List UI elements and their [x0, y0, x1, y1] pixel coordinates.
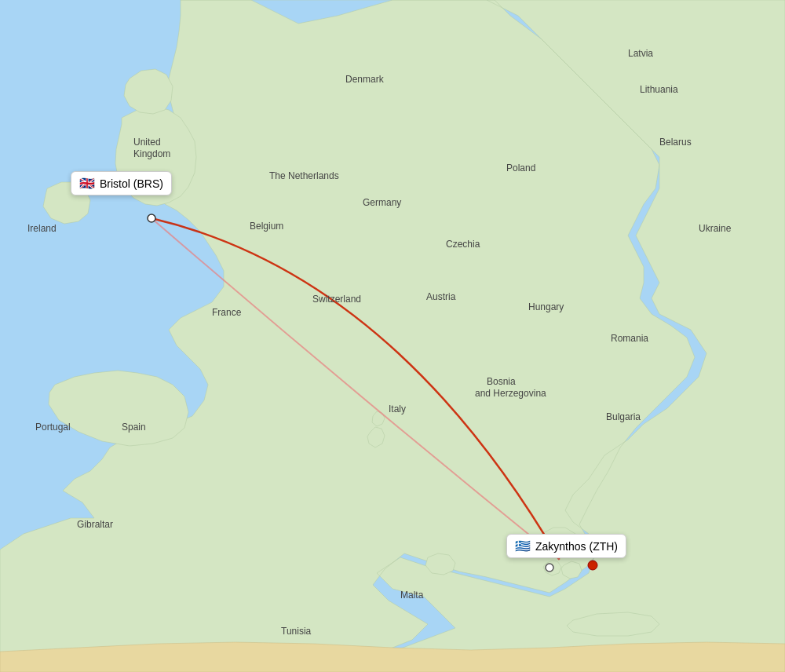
- svg-text:Poland: Poland: [506, 163, 535, 173]
- svg-text:Bosnia: Bosnia: [487, 376, 516, 387]
- svg-text:Latvia: Latvia: [628, 48, 653, 59]
- svg-text:Belgium: Belgium: [250, 221, 283, 232]
- bristol-airport-name: Bristol (BRS): [100, 177, 163, 190]
- svg-text:Tunisia: Tunisia: [281, 626, 312, 637]
- svg-text:Kingdom: Kingdom: [133, 148, 170, 159]
- svg-text:Gibraltar: Gibraltar: [77, 519, 113, 530]
- svg-text:Malta: Malta: [400, 590, 424, 601]
- greece-flag-icon: 🇬🇷: [515, 539, 531, 553]
- svg-text:Spain: Spain: [122, 422, 146, 433]
- svg-text:Lithuania: Lithuania: [640, 84, 678, 95]
- svg-text:Austria: Austria: [426, 291, 456, 302]
- svg-text:Czechia: Czechia: [446, 239, 480, 250]
- svg-text:Romania: Romania: [611, 333, 648, 344]
- svg-text:Denmark: Denmark: [345, 74, 385, 85]
- zakynthos-airport-label: 🇬🇷 Zakynthos (ZTH): [506, 534, 626, 558]
- svg-point-2: [546, 564, 553, 572]
- svg-text:United: United: [133, 137, 161, 148]
- svg-point-3: [588, 561, 597, 570]
- svg-text:and Herzegovina: and Herzegovina: [475, 388, 546, 399]
- svg-text:France: France: [212, 307, 242, 318]
- svg-text:Switzerland: Switzerland: [312, 294, 361, 305]
- svg-text:Bulgaria: Bulgaria: [606, 411, 641, 422]
- svg-text:Italy: Italy: [389, 404, 406, 415]
- svg-text:Ireland: Ireland: [27, 223, 57, 234]
- zakynthos-airport-name: Zakynthos (ZTH): [535, 540, 618, 553]
- svg-text:Ukraine: Ukraine: [699, 223, 732, 234]
- svg-text:Belarus: Belarus: [659, 137, 692, 148]
- svg-point-1: [148, 214, 155, 222]
- bristol-airport-label: 🇬🇧 Bristol (BRS): [71, 171, 172, 195]
- map-svg: Ireland United Kingdom The Netherlands D…: [0, 0, 785, 672]
- svg-text:Portugal: Portugal: [35, 422, 71, 433]
- svg-text:The Netherlands: The Netherlands: [269, 170, 339, 181]
- uk-flag-icon: 🇬🇧: [79, 176, 95, 191]
- map-container: Ireland United Kingdom The Netherlands D…: [0, 0, 785, 672]
- svg-text:Hungary: Hungary: [528, 301, 564, 312]
- svg-text:Germany: Germany: [363, 197, 401, 208]
